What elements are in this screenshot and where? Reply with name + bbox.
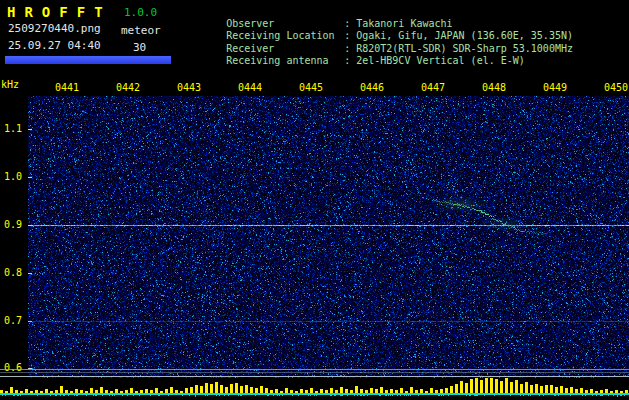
spectrogram-canvas [28, 96, 629, 378]
y-tick-label: 1.1 [4, 123, 22, 134]
amplitude-bars-canvas [0, 378, 629, 400]
y-tick-label: 1.0 [4, 171, 22, 182]
x-tick-label: 0449 [543, 82, 567, 93]
x-tick-label: 0445 [299, 82, 323, 93]
y-tick-label: 0.8 [4, 267, 22, 278]
x-tick-label: 0441 [55, 82, 79, 93]
y-tick-label: 0.9 [4, 219, 22, 230]
datetime-label: 25.09.27 04:40 [8, 39, 101, 52]
info-label: Receiver [226, 43, 344, 56]
x-tick-label: 0442 [116, 82, 140, 93]
mode-label: meteor [121, 24, 161, 37]
info-value: R820T2(RTL-SDR) SDR-Sharp 53.1000MHz [344, 43, 573, 54]
x-tick-label: 0450 [604, 82, 628, 93]
noise-floor-line [0, 372, 629, 373]
x-tick-label: 0446 [360, 82, 384, 93]
app-title: HROFFT [7, 4, 112, 20]
interval-label: 30 [133, 41, 146, 54]
info-value: Ogaki, Gifu, JAPAN (136.60E, 35.35N) [344, 30, 573, 41]
info-label: Observer [226, 18, 344, 31]
x-tick-label: 0444 [238, 82, 262, 93]
info-value: Takanori Kawachi [344, 18, 452, 29]
info-value: 2el-HB9CV Vertical (el. E-W) [344, 55, 525, 66]
noise-floor-line [0, 369, 629, 370]
x-tick-label: 0443 [177, 82, 201, 93]
info-label: Receiving antenna [226, 55, 344, 68]
progress-bar [5, 56, 171, 64]
hrofft-window: HROFFT 1.0.0 2509270440.png meteor 25.09… [0, 0, 629, 400]
app-version: 1.0.0 [124, 6, 157, 19]
x-tick-label: 0447 [421, 82, 445, 93]
info-label: Receiving Location [226, 30, 344, 43]
output-filename: 2509270440.png [8, 22, 101, 35]
y-tick-label: 0.7 [4, 315, 22, 326]
info-row-observer: ObserverTakanori Kawachi [178, 5, 628, 18]
time-axis: 0441044204430444044504460447044804490450 [0, 82, 629, 94]
x-tick-label: 0448 [482, 82, 506, 93]
station-info: ObserverTakanori Kawachi Receiving Locat… [178, 5, 628, 55]
noise-floor-line [0, 376, 629, 377]
